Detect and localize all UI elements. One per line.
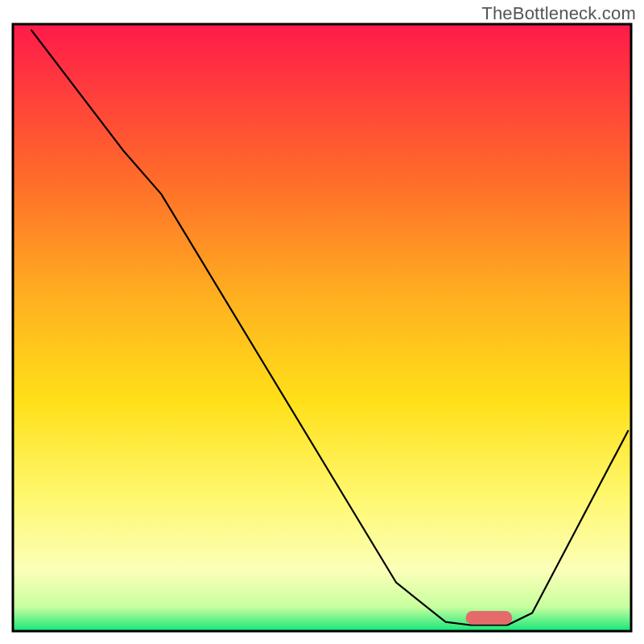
bottleneck-chart: TheBottleneck.com [0, 0, 644, 644]
gradient-background [13, 24, 631, 631]
chart-canvas [0, 0, 644, 644]
optimal-marker [466, 611, 513, 625]
watermark-label: TheBottleneck.com [481, 3, 636, 24]
